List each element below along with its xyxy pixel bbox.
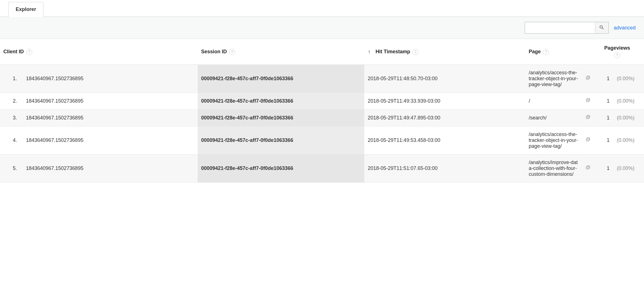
column-label: Pageviews — [604, 45, 630, 51]
advanced-link[interactable]: advanced — [614, 25, 636, 31]
column-label: Client ID — [3, 49, 24, 55]
search-group — [525, 22, 609, 34]
cell-popout — [582, 110, 590, 126]
cell-page[interactable]: /analytics/access-the-tracker-object-in-… — [525, 65, 582, 93]
toolbar: advanced — [0, 17, 644, 39]
help-icon[interactable]: ? — [614, 52, 620, 58]
cell-hit-timestamp: 2018-05-29T11:51:07.65-03:00 — [364, 154, 525, 183]
svg-rect-9 — [587, 166, 590, 168]
cell-pageviews-pct: (0.00%) — [613, 93, 644, 110]
svg-rect-3 — [587, 98, 590, 101]
cell-session-id: 00009421-f28e-457c-aff7-0f0de1063366 — [198, 110, 364, 126]
popout-icon[interactable] — [585, 165, 591, 171]
help-icon[interactable]: ? — [229, 49, 235, 55]
svg-rect-2 — [586, 99, 589, 102]
cell-pageviews: 1 — [590, 154, 613, 183]
column-label: Hit Timestamp — [375, 49, 410, 55]
cell-hit-timestamp: 2018-05-29T11:49:53.458-03:00 — [364, 126, 525, 154]
cell-popout — [582, 154, 590, 183]
column-session-id[interactable]: Session ID ? — [198, 39, 364, 65]
column-label: Session ID — [201, 49, 227, 55]
cell-session-id: 00009421-f28e-457c-aff7-0f0de1063366 — [198, 93, 364, 110]
table-row: 3.1843640967.150273689500009421-f28e-457… — [0, 110, 644, 126]
cell-page[interactable]: /analytics/improve-data-collection-with-… — [525, 154, 582, 183]
cell-page[interactable]: / — [525, 93, 582, 110]
cell-hit-timestamp: 2018-05-29T11:49:33.939-03:00 — [364, 93, 525, 110]
cell-hit-timestamp: 2018-05-29T11:49:47.895-03:00 — [364, 110, 525, 126]
cell-popout — [582, 65, 590, 93]
cell-popout — [582, 93, 590, 110]
popout-icon[interactable] — [585, 75, 591, 81]
cell-page[interactable]: /analytics/access-the-tracker-object-in-… — [525, 126, 582, 154]
popout-icon[interactable] — [585, 137, 591, 143]
tab-explorer[interactable]: Explorer — [8, 2, 43, 17]
cell-pageviews: 1 — [590, 65, 613, 93]
popout-icon[interactable] — [585, 98, 591, 103]
svg-rect-8 — [586, 167, 589, 169]
help-icon[interactable]: ? — [412, 49, 419, 55]
cell-client-id: 1843640967.1502736895 — [23, 110, 198, 126]
table-header-row: Client ID ? Session ID ? Hit Timestamp ?… — [0, 39, 644, 65]
row-index: 4. — [0, 126, 23, 154]
help-icon[interactable]: ? — [26, 49, 32, 55]
cell-pageviews: 1 — [590, 126, 613, 154]
row-index: 2. — [0, 93, 23, 110]
table-row: 5.1843640967.150273689500009421-f28e-457… — [0, 154, 644, 183]
cell-popout — [582, 126, 590, 154]
cell-pageviews-pct: (0.00%) — [613, 154, 644, 183]
search-icon — [599, 25, 605, 31]
column-pageviews[interactable]: Pageviews ? — [590, 39, 644, 65]
column-label: Page — [529, 49, 541, 55]
svg-rect-0 — [586, 77, 589, 79]
cell-session-id: 00009421-f28e-457c-aff7-0f0de1063366 — [198, 65, 364, 93]
cell-client-id: 1843640967.1502736895 — [23, 93, 198, 110]
cell-pageviews: 1 — [590, 93, 613, 110]
search-input[interactable] — [525, 22, 595, 33]
cell-session-id: 00009421-f28e-457c-aff7-0f0de1063366 — [198, 126, 364, 154]
popout-icon[interactable] — [585, 115, 591, 120]
table-row: 4.1843640967.150273689500009421-f28e-457… — [0, 126, 644, 154]
svg-rect-7 — [587, 138, 590, 140]
cell-page[interactable]: /search/ — [525, 110, 582, 126]
svg-rect-1 — [587, 76, 590, 79]
search-button[interactable] — [595, 22, 608, 33]
cell-client-id: 1843640967.1502736895 — [23, 126, 198, 154]
column-hit-timestamp[interactable]: Hit Timestamp ? — [364, 39, 525, 65]
table-row: 2.1843640967.150273689500009421-f28e-457… — [0, 93, 644, 110]
cell-pageviews: 1 — [590, 110, 613, 126]
row-index: 5. — [0, 154, 23, 183]
cell-session-id: 00009421-f28e-457c-aff7-0f0de1063366 — [198, 154, 364, 183]
cell-client-id: 1843640967.1502736895 — [23, 154, 198, 183]
row-index: 3. — [0, 110, 23, 126]
tab-bar: Explorer — [0, 0, 644, 17]
table-row: 1.1843640967.150273689500009421-f28e-457… — [0, 65, 644, 93]
svg-rect-4 — [586, 116, 589, 119]
column-page[interactable]: Page ? — [525, 39, 590, 65]
cell-hit-timestamp: 2018-05-29T11:48:50.70-03:00 — [364, 65, 525, 93]
row-index: 1. — [0, 65, 23, 93]
cell-pageviews-pct: (0.00%) — [613, 126, 644, 154]
cell-pageviews-pct: (0.00%) — [613, 110, 644, 126]
cell-client-id: 1843640967.1502736895 — [23, 65, 198, 93]
svg-rect-5 — [587, 115, 590, 118]
column-client-id[interactable]: Client ID ? — [0, 39, 198, 65]
data-table: Client ID ? Session ID ? Hit Timestamp ?… — [0, 39, 644, 183]
cell-pageviews-pct: (0.00%) — [613, 65, 644, 93]
svg-rect-6 — [586, 139, 589, 141]
help-icon[interactable]: ? — [543, 49, 549, 55]
